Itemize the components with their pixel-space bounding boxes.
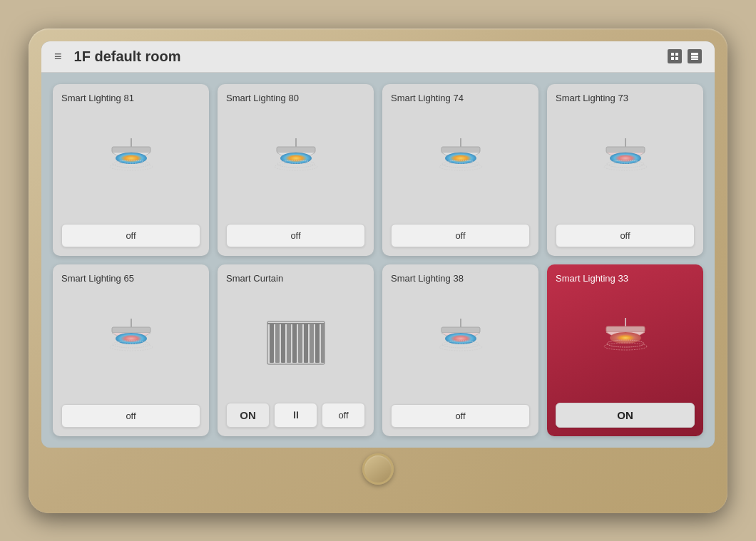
device-title-sl38: Smart Lighting 38 — [391, 273, 530, 284]
svg-point-19 — [445, 153, 476, 164]
off-button-sl81[interactable]: off — [61, 224, 200, 247]
svg-rect-6 — [691, 58, 698, 60]
pause-button-sc[interactable]: ⏸ — [274, 403, 317, 428]
svg-point-9 — [116, 153, 147, 164]
svg-rect-34 — [270, 324, 274, 363]
on-button-sl33[interactable]: ON — [556, 403, 695, 428]
btn-row-sl80: off — [226, 224, 365, 247]
device-icon-sl74 — [391, 109, 530, 218]
svg-rect-40 — [304, 324, 308, 363]
btn-row-sl65: off — [61, 404, 200, 428]
svg-rect-23 — [606, 147, 645, 153]
device-card-sl80: Smart Lighting 80 — [218, 84, 374, 256]
svg-point-53 — [604, 343, 647, 350]
device-icon-sc — [226, 289, 365, 397]
off-button-sc[interactable]: off — [322, 403, 365, 428]
svg-point-21 — [439, 163, 482, 170]
device-card-sl38: Smart Lighting 38 — [382, 264, 538, 436]
off-button-sl80[interactable]: off — [226, 224, 365, 247]
svg-point-48 — [439, 344, 482, 351]
svg-rect-42 — [315, 324, 320, 363]
btn-row-sl81: off — [61, 224, 200, 247]
off-button-sl74[interactable]: off — [391, 224, 530, 247]
svg-rect-38 — [292, 324, 297, 363]
device-title-sc: Smart Curtain — [226, 273, 365, 284]
device-title-sl74: Smart Lighting 74 — [391, 93, 530, 103]
device-title-sl81: Smart Lighting 81 — [61, 93, 200, 103]
device-icon-sl38 — [391, 289, 530, 398]
device-title-sl65: Smart Lighting 65 — [61, 273, 200, 284]
screen: ≡ 1F default room — [41, 41, 715, 448]
svg-point-29 — [116, 333, 147, 344]
svg-point-31 — [110, 344, 153, 351]
svg-rect-4 — [691, 53, 698, 55]
layout-icon[interactable] — [688, 49, 702, 63]
device-card-sl33: Smart Lighting 33 — [547, 264, 703, 436]
svg-rect-50 — [606, 326, 645, 332]
svg-rect-0 — [671, 53, 674, 56]
svg-point-11 — [110, 163, 153, 170]
btn-row-sl33: ON — [556, 403, 695, 428]
svg-rect-8 — [112, 147, 150, 153]
device-icon-sl65 — [61, 289, 200, 398]
device-frame: ≡ 1F default room — [29, 29, 727, 513]
svg-rect-5 — [691, 56, 698, 58]
btn-row-sl38: off — [391, 404, 530, 428]
svg-point-16 — [275, 163, 317, 170]
device-card-sl74: Smart Lighting 74 — [382, 84, 538, 256]
svg-rect-18 — [441, 147, 480, 153]
off-button-sl65[interactable]: off — [61, 404, 200, 428]
svg-rect-43 — [321, 324, 325, 363]
svg-point-26 — [604, 163, 647, 170]
device-icon-sl73 — [556, 109, 695, 218]
svg-point-51 — [610, 332, 641, 344]
device-card-sl81: Smart Lighting 81 — [53, 84, 209, 256]
page-title: 1F default room — [74, 48, 656, 65]
home-button[interactable] — [362, 453, 394, 485]
device-card-sc: Smart Curtain — [218, 264, 374, 436]
device-card-sl73: Smart Lighting 73 — [547, 84, 703, 256]
off-button-sl73[interactable]: off — [556, 224, 695, 247]
device-icon-sl33 — [556, 289, 695, 397]
svg-rect-41 — [310, 324, 314, 363]
svg-point-46 — [445, 333, 476, 344]
btn-row-sl74: off — [391, 224, 530, 247]
svg-rect-2 — [671, 57, 674, 60]
svg-rect-1 — [675, 53, 678, 56]
device-title-sl33: Smart Lighting 33 — [556, 273, 695, 284]
header-icons — [668, 49, 702, 63]
header: ≡ 1F default room — [41, 41, 715, 73]
settings-icon[interactable] — [668, 49, 682, 63]
btn-row-sl73: off — [556, 224, 695, 247]
svg-point-24 — [610, 153, 641, 164]
device-icon-sl81 — [61, 109, 200, 218]
svg-point-14 — [280, 153, 312, 164]
device-title-sl73: Smart Lighting 73 — [556, 93, 695, 103]
device-card-sl65: Smart Lighting 65 — [53, 264, 209, 436]
off-button-sl38[interactable]: off — [391, 404, 530, 428]
svg-rect-28 — [112, 327, 150, 333]
svg-rect-37 — [287, 324, 291, 363]
svg-rect-3 — [675, 57, 678, 60]
device-title-sl80: Smart Lighting 80 — [226, 93, 365, 103]
svg-rect-35 — [275, 324, 280, 363]
btn-row-sc: ON ⏸ off — [226, 403, 365, 428]
svg-rect-36 — [281, 324, 285, 363]
svg-rect-39 — [298, 324, 302, 363]
hamburger-menu-icon[interactable]: ≡ — [54, 49, 63, 64]
svg-rect-45 — [441, 327, 480, 333]
on-button-sc[interactable]: ON — [226, 403, 270, 428]
device-grid: Smart Lighting 81 — [41, 73, 715, 448]
device-icon-sl80 — [226, 109, 365, 218]
svg-rect-13 — [277, 147, 315, 153]
